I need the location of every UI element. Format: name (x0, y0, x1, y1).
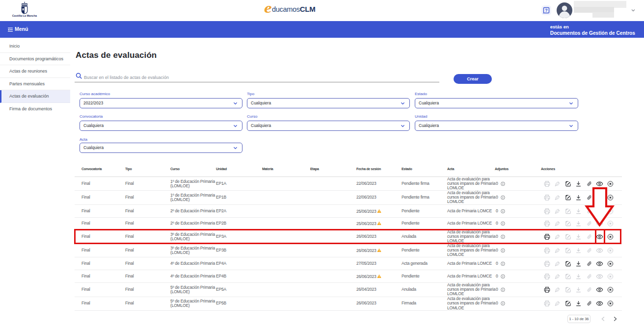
svg-text:?: ? (545, 8, 548, 13)
